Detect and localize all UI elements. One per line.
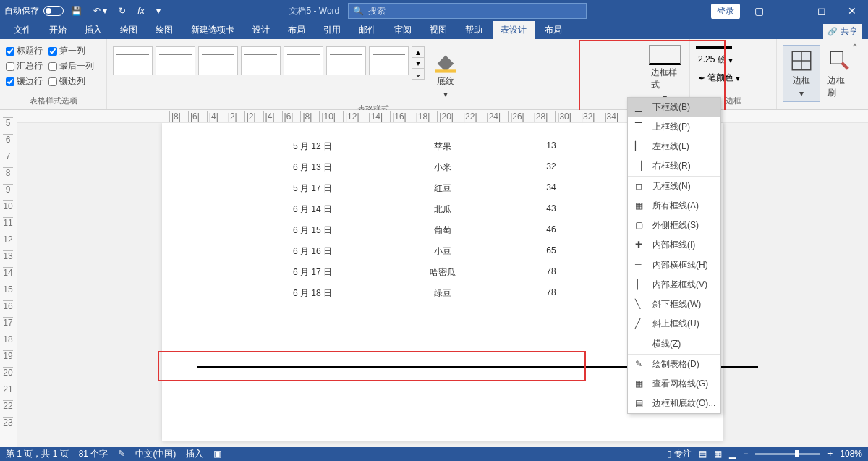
style-thumb[interactable] xyxy=(198,46,238,75)
tab-draw2[interactable]: 绘图 xyxy=(148,21,181,39)
gallery-more-icon[interactable]: ⌄ xyxy=(412,68,424,79)
view-web-icon[interactable]: ▁ xyxy=(729,449,736,459)
collapse-ribbon-icon[interactable]: ⌃ xyxy=(842,39,868,109)
cell-date: 5 月 17 日 xyxy=(247,182,378,195)
language-indicator[interactable]: 中文(中国) xyxy=(135,448,176,460)
fx-icon[interactable]: fx xyxy=(133,4,148,17)
pen-color-dropdown[interactable]: ✒ 笔颜色 ▾ xyxy=(696,70,770,85)
shading-button[interactable]: 底纹▾ xyxy=(427,46,464,102)
pen-color-label: 笔颜色 xyxy=(707,72,733,84)
style-thumb[interactable] xyxy=(284,46,323,75)
border-menu-item[interactable]: ║内部竖框线(V) xyxy=(628,275,720,295)
gallery-up-icon[interactable]: ▴ xyxy=(412,47,424,57)
redo-icon[interactable]: ↻ xyxy=(114,4,130,17)
cb-header-row[interactable]: 标题行 xyxy=(6,45,43,57)
zoom-slider[interactable] xyxy=(755,453,820,455)
border-menu-item[interactable]: ✎绘制表格(D) xyxy=(628,354,720,374)
tab-tablelayout[interactable]: 布局 xyxy=(537,21,570,39)
tab-tabledesign[interactable]: 表设计 xyxy=(493,21,535,39)
style-thumb[interactable] xyxy=(241,46,281,75)
login-button[interactable]: 登录 xyxy=(711,4,740,19)
border-menu-item[interactable]: ╲斜下框线(W) xyxy=(628,295,720,314)
view-read-icon[interactable]: ▦ xyxy=(714,449,722,459)
table-row[interactable]: 5 月 12 日苹果13 xyxy=(247,140,638,153)
ribbon-options-icon[interactable]: ▢ xyxy=(747,2,771,20)
cb-banded-row[interactable]: 镶边行 xyxy=(6,75,43,88)
border-menu-item[interactable]: ▔上框线(P) xyxy=(628,117,720,137)
tab-references[interactable]: 引用 xyxy=(315,21,349,39)
table-row[interactable]: 6 月 16 日小豆65 xyxy=(247,245,638,258)
border-menu-item[interactable]: ▤边框和底纹(O)... xyxy=(628,394,720,413)
insert-mode[interactable]: 插入 xyxy=(186,448,203,460)
page-area: 567891011121314151617181920212223 5 月 12… xyxy=(0,110,868,447)
menu-label: 内部框线(I) xyxy=(652,239,695,251)
tab-newtab[interactable]: 新建选项卡 xyxy=(183,21,242,39)
qat-more-icon[interactable]: ▾ xyxy=(152,4,165,17)
word-count[interactable]: 81 个字 xyxy=(79,448,109,460)
borders-button[interactable]: 边框▾ xyxy=(783,45,820,102)
style-thumb[interactable] xyxy=(369,46,409,75)
cb-last-col[interactable]: 最后一列 xyxy=(48,60,94,72)
close-icon[interactable]: ✕ xyxy=(841,2,864,20)
tab-mailings[interactable]: 邮件 xyxy=(351,21,384,39)
border-styles-button[interactable]: 边框样式▾ xyxy=(645,42,684,106)
border-menu-item[interactable]: ╱斜上框线(U) xyxy=(628,314,720,334)
table-row[interactable]: 6 月 13 日小米32 xyxy=(247,161,638,174)
undo-icon[interactable]: ↶ ▾ xyxy=(89,4,111,17)
style-thumb[interactable] xyxy=(156,46,195,75)
table-row[interactable]: 6 月 17 日哈密瓜78 xyxy=(247,266,638,279)
zoom-out-icon[interactable]: − xyxy=(743,449,748,459)
border-menu-item[interactable]: ▁下框线(B) xyxy=(628,98,720,117)
share-button[interactable]: 🔗 共享 xyxy=(823,24,862,39)
tab-design[interactable]: 设计 xyxy=(244,21,278,39)
border-menu-item[interactable]: ▕右框线(R) xyxy=(628,156,720,176)
line-width-dropdown[interactable]: 2.25 磅 ▾ xyxy=(696,52,770,67)
border-menu-item[interactable]: ▏左框线(L) xyxy=(628,137,720,156)
cb-first-col[interactable]: 第一列 xyxy=(48,45,85,57)
macro-icon[interactable]: ▣ xyxy=(213,449,221,459)
border-menu-item[interactable]: ◻无框线(N) xyxy=(628,176,720,196)
tab-layout[interactable]: 布局 xyxy=(280,21,313,39)
view-print-icon[interactable]: ▤ xyxy=(699,449,707,459)
maximize-icon[interactable]: ◻ xyxy=(810,2,833,20)
table-row[interactable]: 6 月 15 日葡萄46 xyxy=(247,224,638,237)
style-thumb[interactable] xyxy=(113,46,153,75)
border-menu-item[interactable]: ▦所有框线(A) xyxy=(628,196,720,216)
cell-qty: 13 xyxy=(508,140,595,153)
focus-mode[interactable]: ▯ 专注 xyxy=(667,448,692,460)
tab-view[interactable]: 视图 xyxy=(422,21,455,39)
save-icon[interactable]: 💾 xyxy=(67,4,86,17)
tab-home[interactable]: 开始 xyxy=(41,21,75,39)
table-row[interactable]: 5 月 17 日红豆34 xyxy=(247,182,638,195)
menu-label: 无框线(N) xyxy=(652,180,691,193)
search-input[interactable]: 🔍 搜索 xyxy=(348,3,587,19)
zoom-in-icon[interactable]: + xyxy=(827,449,833,459)
page-indicator[interactable]: 第 1 页，共 1 页 xyxy=(6,448,69,460)
border-menu-item[interactable]: ▢外侧框线(S) xyxy=(628,216,720,235)
border-menu-item[interactable]: ▦查看网格线(G) xyxy=(628,374,720,394)
tab-file[interactable]: 文件 xyxy=(6,21,39,39)
border-menu-item[interactable]: ─横线(Z) xyxy=(628,334,720,354)
tab-review[interactable]: 审阅 xyxy=(386,21,420,39)
spellcheck-icon[interactable]: ✎ xyxy=(118,449,125,459)
gallery-down-icon[interactable]: ▾ xyxy=(412,57,424,68)
table-row[interactable]: 6 月 14 日北瓜43 xyxy=(247,203,638,216)
border-bottom-icon: ▁ xyxy=(635,102,647,114)
cell-date: 6 月 15 日 xyxy=(247,224,378,237)
tab-insert[interactable]: 插入 xyxy=(77,21,110,39)
autosave-toggle[interactable]: 自动保存 xyxy=(4,5,64,17)
borders-icon xyxy=(789,48,814,73)
tab-help[interactable]: 帮助 xyxy=(457,21,490,39)
ribbon-tabs: 文件 开始 插入 绘图 绘图 新建选项卡 设计 布局 引用 邮件 审阅 视图 帮… xyxy=(0,22,868,39)
border-iv-icon: ║ xyxy=(635,279,647,291)
border-menu-item[interactable]: ═内部横框线(H) xyxy=(628,255,720,275)
cb-banded-col[interactable]: 镶边列 xyxy=(48,75,85,88)
minimize-icon[interactable]: — xyxy=(778,2,803,20)
zoom-value[interactable]: 108% xyxy=(840,449,862,459)
titlebar: 自动保存 💾 ↶ ▾ ↻ fx ▾ 文档5 - Word 🔍 搜索 登录 ▢ —… xyxy=(0,0,868,22)
style-thumb[interactable] xyxy=(326,46,366,75)
border-menu-item[interactable]: ✚内部框线(I) xyxy=(628,235,720,255)
table-row[interactable]: 6 月 18 日绿豆78 xyxy=(247,287,638,300)
tab-draw1[interactable]: 绘图 xyxy=(112,21,145,39)
cb-total-row[interactable]: 汇总行 xyxy=(6,60,43,72)
